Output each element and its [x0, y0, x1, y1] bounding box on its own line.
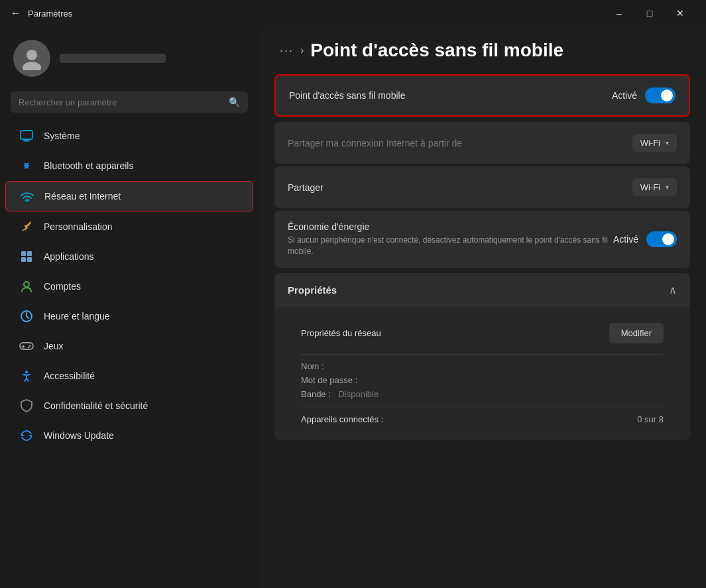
svg-rect-12 — [20, 343, 33, 349]
properties-section: Propriétés ∧ Propriétés du réseau Modifi… — [274, 273, 690, 440]
sidebar-item-systeme[interactable]: Système — [5, 121, 253, 150]
accessibility-icon — [19, 368, 34, 384]
monitor-icon — [19, 128, 34, 144]
sidebar-item-label-confidentialite: Confidentialité et sécurité — [44, 400, 148, 411]
sidebar-item-label-jeux: Jeux — [44, 341, 64, 351]
hotspot-right: Activé — [612, 88, 676, 103]
motdepasse-row: Mot de passe : — [301, 374, 664, 386]
close-button[interactable]: ✕ — [665, 3, 695, 24]
properties-header[interactable]: Propriétés ∧ — [274, 273, 690, 307]
hotspot-label: Point d'accès sans fil mobile — [289, 90, 405, 101]
sidebar-item-windows-update[interactable]: Windows Update — [5, 421, 253, 450]
network-props-label: Propriétés du réseau — [301, 328, 381, 338]
share-to-dropdown[interactable]: Wi-Fi ▾ — [632, 178, 677, 196]
motdepasse-label: Mot de passe : — [301, 375, 357, 385]
power-saving-right: Activé — [613, 231, 677, 247]
gamepad-icon — [19, 338, 34, 354]
user-profile — [0, 27, 259, 88]
svg-point-15 — [25, 371, 28, 373]
nav-list: Système Bluetooth et appareils — [0, 121, 259, 451]
share-from-card: Partager ma connexion Internet à partir … — [274, 122, 690, 164]
appareils-value: 0 sur 8 — [637, 414, 664, 424]
svg-rect-4 — [23, 141, 30, 142]
brush-icon — [19, 219, 34, 235]
power-saving-toggle[interactable] — [646, 231, 677, 247]
chevron-down-icon: ▾ — [666, 139, 669, 147]
minimize-button[interactable]: – — [604, 3, 634, 24]
title-bar: ← Paramètres – □ ✕ — [0, 0, 706, 27]
bande-value: Disponible — [338, 389, 379, 399]
modify-button[interactable]: Modifier — [609, 323, 664, 343]
page-title: Point d'accès sans fil mobile — [310, 40, 563, 61]
svg-point-13 — [29, 345, 30, 347]
sidebar-item-applications[interactable]: Applications — [5, 242, 253, 271]
main-layout: 🔍 Système — [0, 27, 706, 588]
settings-section: Point d'accès sans fil mobile Activé Par… — [259, 74, 706, 440]
sidebar-item-label-applications: Applications — [44, 251, 94, 262]
prop-details: Nom : Mot de passe : Bande : Disponible — [301, 357, 664, 403]
search-box[interactable]: 🔍 — [11, 91, 248, 113]
sidebar-item-accessibilite[interactable]: Accessibilité — [5, 361, 253, 390]
window-controls: – □ ✕ — [604, 3, 695, 24]
network-props-row: Propriétés du réseau Modifier — [301, 318, 664, 351]
properties-header-label: Propriétés — [288, 284, 337, 296]
title-bar-left: ← Paramètres — [11, 7, 72, 19]
sidebar-item-label-accessibilite: Accessibilité — [44, 371, 95, 381]
svg-rect-3 — [24, 139, 29, 141]
share-from-value: Wi-Fi — [640, 138, 660, 148]
sidebar-item-reseau[interactable]: Réseau et Internet — [5, 181, 253, 211]
share-from-right: Wi-Fi ▾ — [632, 134, 677, 152]
breadcrumb-arrow: › — [300, 44, 304, 56]
properties-body: Propriétés du réseau Modifier Nom : Mot … — [274, 307, 690, 440]
search-icon: 🔍 — [229, 97, 240, 107]
breadcrumb-dots[interactable]: ··· — [280, 44, 294, 58]
svg-point-14 — [28, 347, 29, 348]
sidebar: 🔍 Système — [0, 27, 259, 588]
share-from-label: Partager ma connexion Internet à partir … — [288, 138, 462, 148]
share-to-card: Partager Wi-Fi ▾ — [274, 166, 690, 208]
power-saving-card: Économie d'énergie Si aucun périphérique… — [274, 211, 690, 268]
nom-row: Nom : — [301, 360, 664, 373]
person-icon — [19, 278, 34, 294]
chevron-down-icon-2: ▾ — [666, 184, 669, 191]
hotspot-card: Point d'accès sans fil mobile Activé — [274, 74, 690, 117]
user-name-placeholder — [60, 54, 166, 63]
sidebar-item-jeux[interactable]: Jeux — [5, 331, 253, 361]
sidebar-item-confidentialite[interactable]: Confidentialité et sécurité — [5, 391, 253, 420]
hotspot-toggle[interactable] — [645, 88, 676, 103]
share-to-label: Partager — [288, 182, 324, 193]
svg-rect-7 — [27, 251, 32, 256]
nom-label: Nom : — [301, 361, 324, 371]
chevron-up-icon: ∧ — [669, 284, 677, 296]
back-icon[interactable]: ← — [11, 7, 21, 19]
sidebar-item-label-windows-update: Windows Update — [44, 430, 114, 441]
divider-2 — [301, 406, 664, 406]
sidebar-item-personnalisation[interactable]: Personnalisation — [5, 212, 253, 241]
power-saving-status: Activé — [613, 234, 638, 245]
sidebar-item-heure[interactable]: Heure et langue — [5, 302, 253, 331]
app-title: Paramètres — [28, 9, 72, 19]
sidebar-item-label-bluetooth: Bluetooth et appareils — [44, 160, 133, 171]
share-to-value: Wi-Fi — [640, 182, 660, 192]
appareils-label: Appareils connectés : — [301, 414, 383, 424]
bande-label: Bande : — [301, 389, 331, 399]
power-saving-left: Économie d'énergie Si aucun périphérique… — [288, 221, 613, 257]
content-area: ··· › Point d'accès sans fil mobile Poin… — [259, 27, 706, 588]
svg-point-0 — [27, 50, 37, 60]
share-from-dropdown[interactable]: Wi-Fi ▾ — [632, 134, 677, 152]
sidebar-item-label-personnalisation: Personnalisation — [44, 221, 113, 232]
svg-rect-8 — [21, 257, 26, 262]
sidebar-item-label-reseau: Réseau et Internet — [44, 191, 121, 202]
avatar — [13, 40, 50, 77]
power-saving-label: Économie d'énergie — [288, 221, 613, 232]
svg-point-5 — [27, 201, 28, 202]
svg-rect-2 — [21, 131, 32, 139]
clock-icon — [19, 308, 34, 324]
divider — [301, 354, 664, 355]
sidebar-item-bluetooth[interactable]: Bluetooth et appareils — [5, 151, 253, 180]
svg-rect-6 — [21, 251, 26, 256]
search-input[interactable] — [19, 97, 223, 107]
sidebar-item-comptes[interactable]: Comptes — [5, 272, 253, 301]
refresh-icon — [19, 428, 34, 443]
maximize-button[interactable]: □ — [634, 3, 665, 24]
